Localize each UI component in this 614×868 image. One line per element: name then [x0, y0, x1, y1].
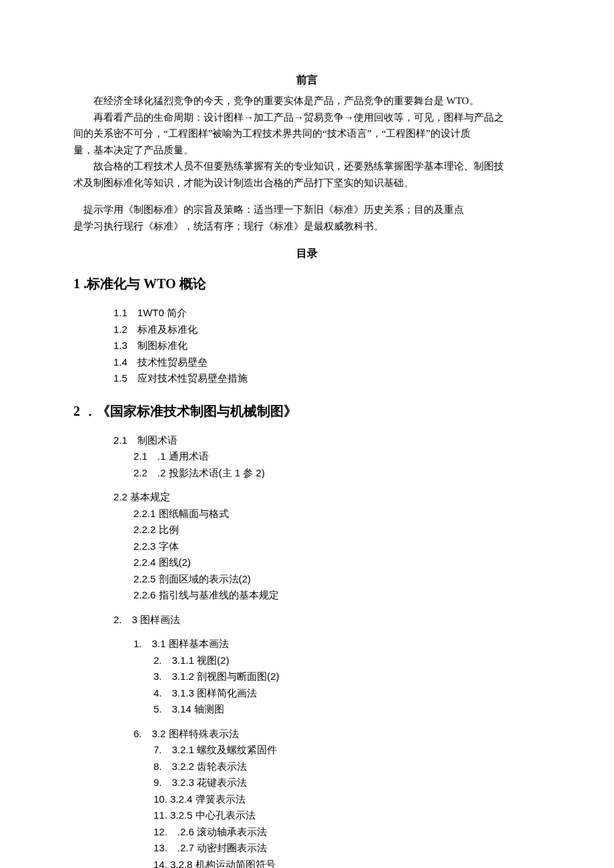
- tip-block: 提示学用《制图标准》的宗旨及策略：适当理一下新旧《标准》历史关系；目的及重点 是…: [73, 202, 541, 234]
- toc-item: 8. 3.2.2 齿轮表示法: [154, 759, 541, 775]
- toc-item: 2.2.3 字体: [133, 539, 541, 554]
- section-1-title-a: 标准化与: [87, 276, 140, 291]
- preface-p2-line3: 量，基本决定了产品质量。: [73, 143, 541, 158]
- section-2-number: 2 ．: [73, 404, 97, 418]
- toc-title: 目录: [73, 246, 541, 262]
- toc-item-head: 2. 3 图样画法: [113, 612, 541, 628]
- toc-item: 2. 3.1.1 视图(2): [154, 653, 541, 669]
- section-1-items: 1.1 1WT0 简介 1.2 标准及标准化 1.3 制图标准化 1.4 技术性…: [113, 306, 541, 386]
- tip-line2: 是学习执行现行《标准》，统活有序；现行《标准》是最权威教科书。: [73, 219, 541, 234]
- section-2-3: 2. 3 图样画法 1. 3.1 图样基本画法 2. 3.1.1 视图(2) 3…: [113, 612, 541, 869]
- toc-item: 12. .2.6 滚动轴承表示法: [154, 825, 541, 840]
- tip-line1: 提示学用《制图标准》的宗旨及策略：适当理一下新旧《标准》历史关系；目的及重点: [73, 202, 541, 218]
- toc-item: 4. 3.1.3 图样简化画法: [154, 686, 541, 701]
- toc-item: 2.2.5 剖面区域的表示法(2): [133, 572, 541, 587]
- toc-item: 1.4 技术性贸易壁垒: [113, 355, 541, 370]
- toc-item: 3. 3.1.2 剖视图与断面图(2): [154, 669, 541, 685]
- toc-item: 1.3 制图标准化: [113, 338, 541, 354]
- section-2-2: 2.2 基本规定 2.2.1 图纸幅面与格式 2.2.2 比例 2.2.3 字体…: [113, 490, 541, 603]
- section-1-number: 1 .: [73, 276, 87, 291]
- toc-item: 9. 3.2.3 花键表示法: [154, 775, 541, 791]
- toc-item: 14. 3.2.8 机构运动简图符号: [154, 857, 541, 869]
- toc-item: 7. 3.2.1 螺纹及螺纹紧固件: [154, 743, 541, 758]
- toc-item: 2.2 .2 投影法术语(主 1 参 2): [133, 466, 541, 481]
- toc-item-head: 6. 3.2 图样特殊表示法: [133, 727, 541, 742]
- preface-p3-line1: 故合格的工程技术人员不但要熟练掌握有关的专业知识，还要熟练掌握图学基本理论、制图…: [73, 159, 541, 174]
- toc-item: 11. 3.2.5 中心孔表示法: [154, 808, 541, 823]
- preface-p1: 在经济全球化猛烈竞争的今天，竞争的重要实体是产品，产品竞争的重要舞台是 WTO。: [73, 93, 541, 109]
- section-2-heading: 2 ．《国家标准技术制图与机械制图》: [73, 401, 541, 421]
- toc-item: 1.1 1WT0 简介: [113, 306, 541, 321]
- section-1-wto: WTO: [140, 276, 180, 291]
- preface-p2-line2: 间的关系密不可分，“工程图样”被喻为工程技术界共同的“技术语言”，“工程图样”的…: [73, 126, 541, 141]
- preface-title: 前言: [73, 72, 541, 88]
- toc-item: 10. 3.2.4 弹簧表示法: [154, 792, 541, 807]
- section-2-title: 《国家标准技术制图与机械制图》: [97, 404, 297, 418]
- section-1-title-b: 概论: [180, 276, 206, 291]
- toc-item: 2.1 .1 通用术语: [133, 449, 541, 464]
- toc-item: 1.5 应对技术性贸易壁垒措施: [113, 371, 541, 386]
- preface-p2-line1: 再看看产品的生命周期：设计图样→加工产品→贸易竞争→使用回收等，可见，图样与产品…: [73, 110, 541, 125]
- toc-item: 13. .2.7 动密封圈表示法: [154, 841, 541, 856]
- section-2-1: 2.1 制图术语 2.1 .1 通用术语 2.2 .2 投影法术语(主 1 参 …: [113, 433, 541, 481]
- toc-item: 2.2.1 图纸幅面与格式: [133, 506, 541, 522]
- preface-p3-line2: 术及制图标准化等知识，才能为设计制造出合格的产品打下坚实的知识基础。: [73, 175, 541, 191]
- toc-item-head: 2.1 制图术语: [113, 433, 541, 448]
- toc-item: 2.2.4 图线(2): [133, 555, 541, 570]
- toc-item-head: 2.2 基本规定: [113, 490, 541, 505]
- toc-item: 5. 3.14 轴测图: [154, 702, 541, 717]
- section-1-heading: 1 .标准化与 WTO 概论: [73, 274, 541, 294]
- toc-item: 1.2 标准及标准化: [113, 322, 541, 338]
- toc-item-head: 1. 3.1 图样基本画法: [133, 636, 541, 652]
- toc-item: 2.2.6 指引线与基准线的基本规定: [133, 588, 541, 603]
- toc-item: 2.2.2 比例: [133, 522, 541, 538]
